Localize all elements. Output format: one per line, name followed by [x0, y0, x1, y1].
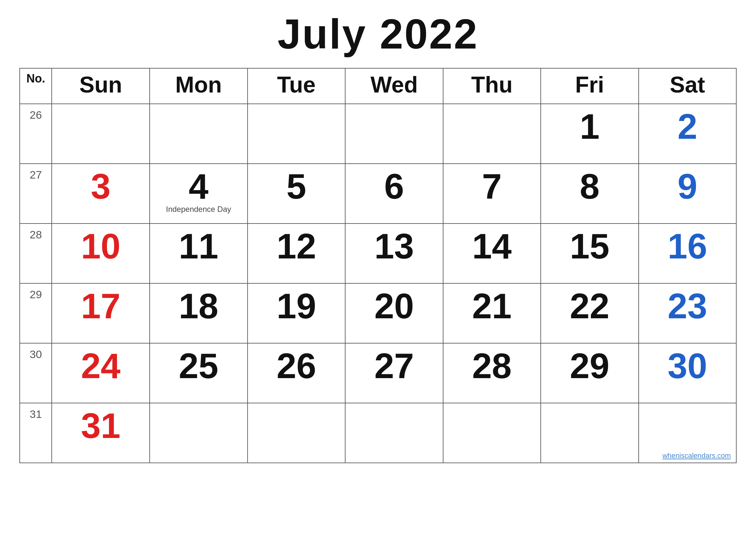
day-number: 13 [349, 228, 440, 264]
day-cell [443, 104, 541, 164]
week-number: 29 [20, 283, 52, 343]
day-number: 20 [349, 288, 440, 324]
day-event-label: Independence Day [153, 205, 244, 214]
day-number: 14 [447, 228, 537, 264]
week-number: 28 [20, 223, 52, 283]
day-number: 15 [544, 228, 635, 264]
week-row: 2917181920212223 [20, 283, 736, 343]
week-row: 2734Independence Day56789 [20, 164, 736, 223]
day-cell [248, 104, 345, 164]
day-cell: 17 [52, 283, 149, 343]
day-number: 6 [349, 169, 440, 204]
day-cell: 13 [345, 223, 443, 283]
day-cell: 2 [639, 104, 736, 164]
week-row: 2810111213141516 [20, 223, 736, 283]
day-number: 16 [642, 228, 733, 264]
day-number: 23 [642, 288, 733, 324]
day-cell: 26 [248, 343, 345, 403]
day-cell: 29 [541, 343, 638, 403]
day-number: 10 [55, 228, 146, 264]
day-cell: 4Independence Day [149, 164, 248, 223]
week-number: 31 [20, 403, 52, 463]
page-title: July 2022 [278, 10, 478, 58]
day-number: 31 [55, 408, 146, 443]
header-mon: Mon [149, 68, 248, 104]
day-number: 5 [251, 169, 342, 204]
day-number: 4 [153, 169, 244, 204]
day-number: 1 [544, 109, 635, 144]
day-cell: 31 [52, 403, 149, 463]
day-cell: 25 [149, 343, 248, 403]
header-sun: Sun [52, 68, 149, 104]
day-number: 29 [544, 348, 635, 383]
week-row: 3131wheniscalendars.com [20, 403, 736, 463]
week-row: 3024252627282930 [20, 343, 736, 403]
day-cell: 1 [541, 104, 638, 164]
day-cell: 19 [248, 283, 345, 343]
day-number: 17 [55, 288, 146, 324]
day-number: 2 [642, 109, 733, 144]
day-cell [149, 104, 248, 164]
day-number: 3 [55, 169, 146, 204]
watermark[interactable]: wheniscalendars.com [662, 452, 731, 460]
day-number: 11 [153, 228, 244, 264]
day-cell: 22 [541, 283, 638, 343]
day-cell: 23 [639, 283, 736, 343]
day-cell [52, 104, 149, 164]
day-number: 12 [251, 228, 342, 264]
day-cell: 24 [52, 343, 149, 403]
day-number: 19 [251, 288, 342, 324]
header-sat: Sat [639, 68, 736, 104]
day-cell [443, 403, 541, 463]
day-cell: 12 [248, 223, 345, 283]
week-number: 26 [20, 104, 52, 164]
day-cell: 6 [345, 164, 443, 223]
day-cell [541, 403, 638, 463]
day-cell: 5 [248, 164, 345, 223]
day-cell: 8 [541, 164, 638, 223]
day-cell: 3 [52, 164, 149, 223]
day-number: 24 [55, 348, 146, 383]
calendar-table: No. Sun Mon Tue Wed Thu Fri Sat 26122734… [19, 68, 737, 463]
day-cell: 18 [149, 283, 248, 343]
day-cell [248, 403, 345, 463]
day-number: 27 [349, 348, 440, 383]
day-cell: 21 [443, 283, 541, 343]
day-cell: 20 [345, 283, 443, 343]
day-number: 18 [153, 288, 244, 324]
header-fri: Fri [541, 68, 638, 104]
header-no: No. [20, 68, 52, 104]
day-number: 22 [544, 288, 635, 324]
week-row: 2612 [20, 104, 736, 164]
day-number: 25 [153, 348, 244, 383]
day-cell: 10 [52, 223, 149, 283]
day-cell: 15 [541, 223, 638, 283]
day-number: 7 [447, 169, 537, 204]
day-cell: 27 [345, 343, 443, 403]
day-number: 8 [544, 169, 635, 204]
day-number: 21 [447, 288, 537, 324]
day-number: 26 [251, 348, 342, 383]
day-cell: wheniscalendars.com [639, 403, 736, 463]
week-number: 30 [20, 343, 52, 403]
day-number: 9 [642, 169, 733, 204]
day-cell [345, 403, 443, 463]
day-cell: 30 [639, 343, 736, 403]
day-cell: 7 [443, 164, 541, 223]
day-cell: 28 [443, 343, 541, 403]
header-thu: Thu [443, 68, 541, 104]
day-cell: 11 [149, 223, 248, 283]
header-tue: Tue [248, 68, 345, 104]
day-cell: 16 [639, 223, 736, 283]
week-number: 27 [20, 164, 52, 223]
day-cell: 9 [639, 164, 736, 223]
day-cell [345, 104, 443, 164]
day-cell [149, 403, 248, 463]
day-cell: 14 [443, 223, 541, 283]
day-number: 30 [642, 348, 733, 383]
day-number: 28 [447, 348, 537, 383]
header-wed: Wed [345, 68, 443, 104]
header-row: No. Sun Mon Tue Wed Thu Fri Sat [20, 68, 736, 104]
